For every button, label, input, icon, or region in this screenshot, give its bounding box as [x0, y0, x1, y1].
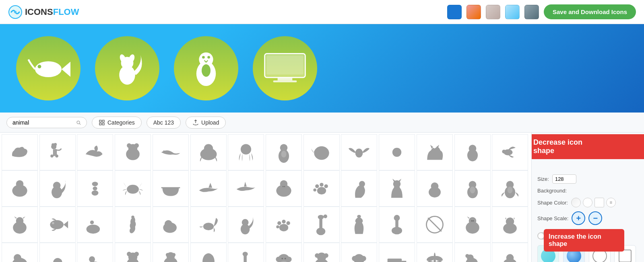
icon-hamster[interactable] [153, 243, 189, 262]
icon-truck[interactable] [379, 243, 415, 262]
icon-kiwi[interactable] [303, 134, 340, 170]
icon-dog2[interactable] [2, 207, 38, 243]
icon-dragonfly[interactable] [417, 243, 453, 262]
icon-bear[interactable] [115, 134, 151, 170]
icon-giraffe3[interactable] [228, 243, 264, 262]
icon-monkey[interactable] [266, 243, 302, 262]
icon-squirrel2[interactable] [228, 207, 264, 243]
size-input[interactable] [552, 174, 576, 184]
save-download-button[interactable]: Save and Download Icons [544, 4, 636, 19]
icon-sunbird[interactable] [379, 134, 415, 170]
shape-white-circle[interactable] [589, 245, 611, 262]
icon-seal[interactable] [190, 134, 227, 170]
fish-svg [26, 46, 70, 90]
icon-no-sign[interactable] [417, 207, 453, 243]
icon-unicorn[interactable] [77, 243, 113, 262]
icon-squirrel-small[interactable] [39, 170, 76, 207]
squirrel-svg [105, 46, 149, 90]
shape-color-eq[interactable]: = [606, 198, 616, 207]
banner-icon-fish[interactable] [16, 36, 80, 100]
svg-point-151 [324, 253, 328, 258]
icon-pig[interactable] [266, 170, 302, 207]
shape-blue-sphere[interactable] [563, 245, 585, 262]
icon-ant[interactable] [77, 170, 113, 207]
icon-seahorse[interactable] [115, 207, 151, 243]
shape-white-rect[interactable] [614, 245, 636, 262]
icon-monkey2[interactable] [341, 243, 377, 262]
shape-color-rect[interactable] [594, 198, 604, 207]
increase-shape-btn[interactable]: + [572, 211, 585, 225]
upload-button[interactable]: Upload [186, 117, 226, 129]
swatch-light-blue[interactable] [505, 5, 520, 19]
search-toolbar: Categories Abc 123 Upload [0, 113, 644, 133]
svg-point-100 [205, 223, 207, 226]
icon-wizard[interactable] [341, 207, 377, 243]
banner-icon-monitor[interactable] [253, 36, 317, 100]
svg-point-104 [279, 224, 288, 231]
icon-deer[interactable] [454, 134, 491, 170]
shape-color-circle[interactable] [583, 198, 592, 207]
icon-shark1[interactable] [190, 170, 227, 207]
icon-cat-silhouette[interactable] [379, 170, 415, 207]
icon-rabbit[interactable] [417, 170, 453, 207]
svg-point-36 [127, 143, 131, 148]
icon-dog3[interactable] [454, 207, 491, 243]
icon-hedgehog[interactable] [153, 207, 189, 243]
icon-penguin3[interactable] [492, 170, 528, 207]
icon-cow[interactable] [2, 170, 38, 207]
svg-point-105 [277, 221, 281, 225]
swatch-tan[interactable] [486, 5, 500, 19]
icon-kangaroo[interactable] [341, 170, 377, 207]
icon-bat[interactable] [341, 134, 377, 170]
icon-pawprint2[interactable] [266, 207, 302, 243]
categories-button[interactable]: Categories [92, 117, 142, 129]
icon-pig2[interactable] [492, 243, 528, 262]
inner-shadow-toggle[interactable] [537, 232, 552, 239]
shape-panel [537, 245, 638, 262]
svg-point-75 [315, 184, 319, 188]
icon-rat[interactable] [454, 243, 491, 262]
decrease-shape-btn[interactable]: − [588, 211, 602, 225]
inner-shadow-label: Inner Shadow [555, 233, 587, 239]
banner-icon-squirrel[interactable] [95, 36, 159, 100]
shape-color-white[interactable] [571, 198, 581, 207]
icon-labrador[interactable] [492, 207, 528, 243]
icon-shark2[interactable] [228, 170, 264, 207]
inner-shadow-row: Inner Shadow [537, 232, 638, 239]
icon-gorilla[interactable] [303, 243, 340, 262]
search-input-wrap[interactable] [6, 117, 87, 128]
icon-duck[interactable] [2, 134, 38, 170]
icon-horse-rider[interactable] [77, 207, 113, 243]
icon-bowl[interactable] [153, 170, 189, 207]
icon-fish2[interactable] [39, 207, 76, 243]
icon-elephant[interactable] [2, 243, 38, 262]
icon-crab[interactable] [115, 170, 151, 207]
swatch-blue[interactable] [447, 5, 462, 19]
icon-scorpion[interactable] [190, 207, 227, 243]
swatch-grey[interactable] [524, 5, 539, 19]
icon-bird[interactable] [77, 134, 113, 170]
search-input[interactable] [12, 119, 73, 126]
svg-point-153 [352, 256, 357, 261]
icon-pawprint[interactable] [303, 170, 340, 207]
icon-egg[interactable] [190, 243, 227, 262]
icon-snail[interactable] [39, 243, 76, 262]
icon-bear2[interactable] [115, 243, 151, 262]
svg-point-59 [16, 180, 24, 188]
svg-point-122 [473, 220, 474, 222]
swatch-orange[interactable] [466, 5, 481, 19]
banner-icon-penguin[interactable] [174, 36, 238, 100]
shape-teal-circle[interactable] [537, 245, 559, 262]
icon-poodle[interactable] [39, 134, 76, 170]
svg-point-28 [54, 143, 56, 146]
icon-giraffe2[interactable] [379, 207, 415, 243]
icon-hummingbird[interactable] [492, 134, 528, 170]
abc-button[interactable]: Abc 123 [147, 117, 181, 129]
svg-line-118 [428, 218, 442, 231]
icon-penguin2[interactable] [454, 170, 491, 207]
icon-lizard[interactable] [153, 134, 189, 170]
icon-giraffe[interactable] [303, 207, 340, 243]
icon-octopus[interactable] [228, 134, 264, 170]
icon-penguin-small[interactable] [266, 134, 302, 170]
icon-wolf[interactable] [417, 134, 453, 170]
